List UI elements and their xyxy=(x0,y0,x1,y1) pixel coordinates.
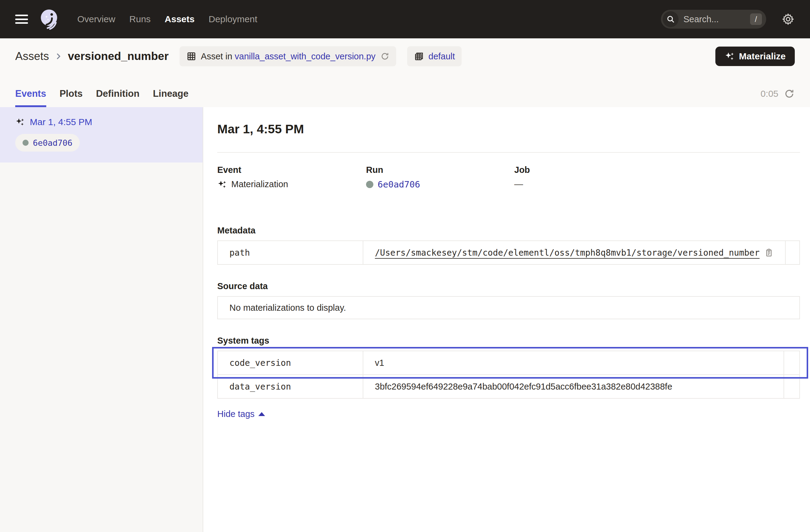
event-type-value: Materialization xyxy=(231,179,288,189)
copy-icon[interactable] xyxy=(764,248,774,257)
primary-nav: Overview Runs Assets Deployment xyxy=(77,14,257,25)
chevron-right-icon xyxy=(54,52,62,60)
run-status-dot xyxy=(22,140,29,146)
hamburger-menu-icon[interactable] xyxy=(15,15,28,24)
tab-plots[interactable]: Plots xyxy=(60,88,83,107)
materialization-sparkle-icon xyxy=(217,180,227,189)
asset-group-chip[interactable]: default xyxy=(407,46,461,66)
metadata-table: path /Users/smackesey/stm/code/elementl/… xyxy=(217,240,800,265)
table-row-data-version: data_version 3bfc269594ef649228e9a74bab0… xyxy=(218,375,799,398)
system-tags-heading: System tags xyxy=(217,336,800,346)
search-icon xyxy=(663,11,679,27)
asset-group-icon xyxy=(414,51,424,62)
system-tags-table: code_version v1 data_version 3bfc269594e… xyxy=(217,351,800,399)
refresh-icon[interactable] xyxy=(784,88,795,99)
source-data-empty-message: No materializations to display. xyxy=(229,303,346,313)
tabs-row: Events Plots Definition Lineage 0:05 xyxy=(0,74,810,107)
asset-definition-chip[interactable]: Asset in vanilla_asset_with_code_version… xyxy=(179,46,396,66)
materialization-sparkle-icon xyxy=(15,117,25,127)
metadata-path-link[interactable]: /Users/smackesey/stm/code/elementl/oss/t… xyxy=(375,248,760,258)
nav-item-assets[interactable]: Assets xyxy=(165,14,194,25)
materialize-button[interactable]: Materialize xyxy=(715,47,795,66)
table-gutter xyxy=(785,241,801,264)
asset-group-link[interactable]: default xyxy=(428,51,455,62)
divider xyxy=(217,152,800,153)
breadcrumb-assets-link[interactable]: Assets xyxy=(15,50,49,63)
system-tag-key: code_version xyxy=(218,351,363,374)
hide-tags-label: Hide tags xyxy=(217,409,255,419)
nav-item-deployment[interactable]: Deployment xyxy=(208,14,257,25)
table-gutter xyxy=(783,351,799,374)
page-title: versioned_number xyxy=(68,50,168,63)
run-field-label: Run xyxy=(366,165,514,175)
system-tag-value: v1 xyxy=(375,358,384,368)
system-tag-value: 3bfc269594ef649228e9a74bab00f042efc91d5a… xyxy=(375,382,672,392)
run-id-chip[interactable]: 6e0ad706 xyxy=(15,134,80,151)
breadcrumb: Assets versioned_number xyxy=(15,50,168,63)
asset-chip-prefix: Asset in xyxy=(201,51,232,62)
page-header: Assets versioned_number Asset in vanilla… xyxy=(0,38,810,74)
asset-definition-link[interactable]: vanilla_asset_with_code_version.py xyxy=(234,51,375,62)
event-field-label: Event xyxy=(217,165,366,175)
gear-icon[interactable] xyxy=(781,13,795,26)
table-row-code-version: code_version v1 xyxy=(218,351,799,375)
job-field-label: Job xyxy=(514,165,800,175)
event-detail-title: Mar 1, 4:55 PM xyxy=(217,122,800,136)
top-nav: Overview Runs Assets Deployment Search..… xyxy=(0,0,810,38)
materialize-button-label: Materialize xyxy=(739,51,785,62)
run-id-label: 6e0ad706 xyxy=(33,138,72,148)
run-status-dot xyxy=(366,181,373,188)
source-data-heading: Source data xyxy=(217,281,800,291)
dagster-logo[interactable] xyxy=(37,7,61,31)
table-row: path /Users/smackesey/stm/code/elementl/… xyxy=(218,241,799,264)
asset-table-icon xyxy=(186,51,197,62)
metadata-key: path xyxy=(218,241,363,264)
metadata-heading: Metadata xyxy=(217,226,800,236)
job-empty-value: — xyxy=(514,179,523,189)
refresh-countdown: 0:05 xyxy=(761,88,778,99)
tab-events[interactable]: Events xyxy=(15,88,46,107)
source-data-empty-box: No materializations to display. xyxy=(217,296,800,319)
hide-tags-link[interactable]: Hide tags xyxy=(217,409,265,419)
table-gutter xyxy=(783,375,799,398)
run-id-link[interactable]: 6e0ad706 xyxy=(378,179,420,190)
sparkle-icon xyxy=(725,51,735,62)
system-tag-key: data_version xyxy=(218,375,363,398)
nav-item-overview[interactable]: Overview xyxy=(77,14,115,25)
tab-lineage[interactable]: Lineage xyxy=(153,88,188,107)
nav-item-runs[interactable]: Runs xyxy=(129,14,151,25)
tab-definition[interactable]: Definition xyxy=(96,88,139,107)
search-shortcut-key: / xyxy=(750,13,762,25)
search-input[interactable]: Search... / xyxy=(661,10,766,29)
event-list-sidebar: Mar 1, 4:55 PM 6e0ad706 xyxy=(0,107,203,532)
event-timestamp-link[interactable]: Mar 1, 4:55 PM xyxy=(30,117,92,127)
reload-icon[interactable] xyxy=(380,52,389,61)
event-list-item-selected[interactable]: Mar 1, 4:55 PM 6e0ad706 xyxy=(0,107,202,162)
search-placeholder: Search... xyxy=(683,14,750,25)
caret-up-icon xyxy=(258,412,265,416)
event-detail-panel: Mar 1, 4:55 PM Event Materialization xyxy=(203,107,810,532)
